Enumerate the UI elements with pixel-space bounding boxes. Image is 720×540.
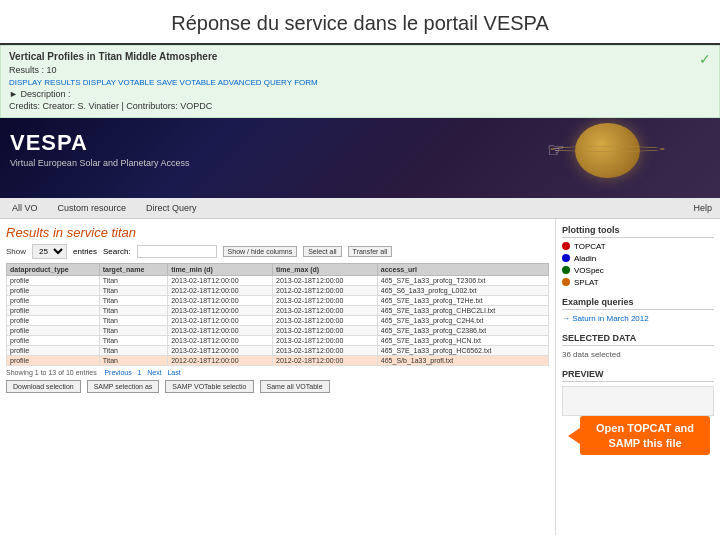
cell-time-max: 2013-02-18T12:00:00 [273, 295, 378, 305]
tool-vospec[interactable]: VOSpec [562, 266, 714, 275]
example-queries-section: Example queries → Saturn in March 2012 [562, 297, 714, 323]
cell-url[interactable]: 465_S6_1a33_profcg_L002.txt [377, 285, 548, 295]
vespa-logo: VESPA [10, 130, 189, 156]
aladin-dot [562, 254, 570, 262]
table-row[interactable]: profile Titan 2013-02-18T12:00:00 2013-0… [7, 325, 549, 335]
results-table: dataproduct_type target_name time_min (d… [6, 263, 549, 366]
cell-time-min: 2012-02-18T12:00:00 [168, 355, 273, 365]
info-bar: ✓ Vertical Profiles in Titan Middle Atmo… [0, 45, 720, 118]
cell-time-min: 2013-02-18T12:00:00 [168, 325, 273, 335]
cell-time-max: 2013-02-18T12:00:00 [273, 335, 378, 345]
tool-topcat[interactable]: TOPCAT [562, 242, 714, 251]
planet-ring-graphic [550, 146, 665, 152]
cell-url[interactable]: 465_S7E_1a33_profcg_T2306.txt [377, 275, 548, 285]
transfer-all-button[interactable]: Transfer all [348, 246, 393, 257]
vespa-header: VESPA Virtual European Solar and Planeta… [0, 118, 720, 198]
cell-url[interactable]: 465_S/b_1a33_profl.txt [377, 355, 548, 365]
cell-type: profile [7, 285, 100, 295]
table-row[interactable]: profile Titan 2013-02-18T12:00:00 2013-0… [7, 295, 549, 305]
select-all-button[interactable]: Select all [303, 246, 341, 257]
cell-type: profile [7, 315, 100, 325]
cell-target: Titan [99, 335, 168, 345]
table-row[interactable]: profile Titan 2012-02-18T12:00:00 2012-0… [7, 355, 549, 365]
cell-time-max: 2013-02-18T12:00:00 [273, 305, 378, 315]
cell-time-max: 2012-02-18T12:00:00 [273, 285, 378, 295]
nav-help[interactable]: Help [693, 203, 712, 213]
main-content: Results in service titan Show 251050 ent… [0, 219, 720, 535]
nav-custom-resource[interactable]: Custom resource [54, 201, 131, 215]
preview-box [562, 386, 714, 416]
col-header-time-min[interactable]: time_min (d) [168, 263, 273, 275]
table-pagination[interactable]: Previous 1 Next Last [104, 369, 180, 376]
tool-aladin[interactable]: Aladin [562, 254, 714, 263]
table-row[interactable]: profile Titan 2013-02-18T12:00:00 2013-0… [7, 305, 549, 315]
cell-time-max: 2013-02-18T12:00:00 [273, 345, 378, 355]
samp-button[interactable]: SAMP selection as [87, 380, 160, 393]
plotting-tools-section: Plotting tools TOPCAT Aladin VOSpec SPLA… [562, 225, 714, 287]
sidebar: Plotting tools TOPCAT Aladin VOSpec SPLA… [555, 219, 720, 535]
info-bar-description: ► Description : [9, 88, 711, 101]
splat-label: SPLAT [574, 278, 599, 287]
tool-splat[interactable]: SPLAT [562, 278, 714, 287]
topcat-dot [562, 242, 570, 250]
cell-time-max: 2012-02-18T12:00:00 [273, 355, 378, 365]
show-label: Show [6, 247, 26, 256]
example-queries-title: Example queries [562, 297, 714, 310]
cell-url[interactable]: 465_S7E_1a33_profcg_C2H4.txt [377, 315, 548, 325]
callout-text: Open TOPCAT and SAMP this file [596, 422, 694, 448]
col-header-target[interactable]: target_name [99, 263, 168, 275]
col-header-url[interactable]: access_url [377, 263, 548, 275]
selected-data-title: SELECTED DATA [562, 333, 714, 346]
col-header-type[interactable]: dataproduct_type [7, 263, 100, 275]
table-row[interactable]: profile Titan 2013-02-18T12:00:00 2013-0… [7, 335, 549, 345]
table-row[interactable]: profile Titan 2012-02-18T12:00:00 2012-0… [7, 285, 549, 295]
table-row[interactable]: profile Titan 2013-02-18T12:00:00 2013-0… [7, 275, 549, 285]
col-header-time-max[interactable]: time_max (d) [273, 263, 378, 275]
vospec-label: VOSpec [574, 266, 604, 275]
cell-type: profile [7, 325, 100, 335]
cell-type: profile [7, 345, 100, 355]
show-hide-columns-button[interactable]: Show / hide columns [223, 246, 298, 257]
cell-url[interactable]: 465_S7E_1a33_profcg_C2386.txt [377, 325, 548, 335]
cell-time-min: 2013-02-18T12:00:00 [168, 345, 273, 355]
same-all-button[interactable]: Same all VOTable [260, 380, 330, 393]
nav-all-vo[interactable]: All VO [8, 201, 42, 215]
cell-target: Titan [99, 325, 168, 335]
table-showing: Showing 1 to 13 of 10 entries [6, 369, 97, 376]
check-icon: ✓ [699, 50, 711, 70]
cell-target: Titan [99, 345, 168, 355]
vespa-branding: VESPA Virtual European Solar and Planeta… [10, 130, 189, 168]
show-select[interactable]: 251050 [32, 244, 67, 259]
nav-direct-query[interactable]: Direct Query [142, 201, 201, 215]
samp-votable-button[interactable]: SAMP VOTable selectio [165, 380, 253, 393]
cell-url[interactable]: 465_S7E_1a33_profcg_T2He.txt [377, 295, 548, 305]
cell-target: Titan [99, 295, 168, 305]
table-row[interactable]: profile Titan 2013-02-18T12:00:00 2013-0… [7, 315, 549, 325]
cell-target: Titan [99, 275, 168, 285]
topcat-callout: Open TOPCAT and SAMP this file [580, 416, 710, 455]
cell-url[interactable]: 465_S7E_1a33_profcg_CHBC2LI.txt [377, 305, 548, 315]
cell-time-min: 2013-02-18T12:00:00 [168, 315, 273, 325]
search-input[interactable] [137, 245, 217, 258]
selected-count: 36 data selected [562, 350, 714, 359]
download-selection-button[interactable]: Download selection [6, 380, 81, 393]
table-controls: Show 251050 entries Search: Show / hide … [6, 244, 549, 259]
page-title: Réponse du service dans le portail VESPA [0, 12, 720, 35]
vospec-dot [562, 266, 570, 274]
action-buttons: Download selection SAMP selection as SAM… [6, 380, 549, 393]
cell-url[interactable]: 465_S7E_1a33_profcg_HCN.txt [377, 335, 548, 345]
selected-data-section: SELECTED DATA 36 data selected [562, 333, 714, 359]
info-bar-results: Results : 10 [9, 64, 711, 77]
cell-url[interactable]: 465_S7E_1a33_profcg_HC6562.txt [377, 345, 548, 355]
preview-section: PREVIEW [562, 369, 714, 416]
table-body: profile Titan 2013-02-18T12:00:00 2013-0… [7, 275, 549, 365]
cell-type: profile [7, 275, 100, 285]
plotting-tools-title: Plotting tools [562, 225, 714, 238]
search-label: Search: [103, 247, 131, 256]
info-bar-links[interactable]: DISPLAY RESULTS DISPLAY VOTABLE SAVE VOT… [9, 77, 711, 88]
table-row[interactable]: profile Titan 2013-02-18T12:00:00 2013-0… [7, 345, 549, 355]
results-service: titan [111, 225, 136, 240]
cell-time-min: 2013-02-18T12:00:00 [168, 275, 273, 285]
table-footer: Showing 1 to 13 of 10 entries Previous 1… [6, 369, 549, 376]
example-saturn-link[interactable]: → Saturn in March 2012 [562, 314, 714, 323]
